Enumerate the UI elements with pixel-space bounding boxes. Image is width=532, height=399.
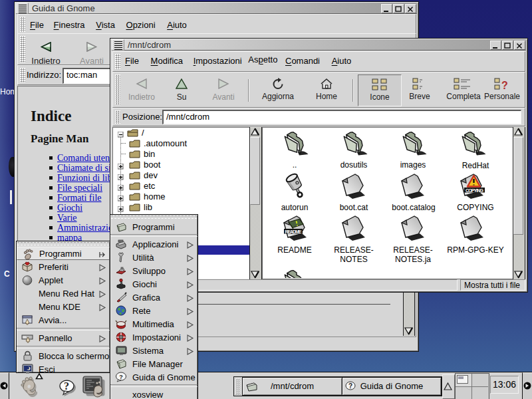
svg-text:?: ?: [119, 374, 123, 380]
svg-text:?: ?: [501, 80, 508, 91]
svg-text:?: ?: [64, 380, 69, 392]
svg-text:COPYING: COPYING: [466, 188, 484, 193]
svg-text:README: README: [285, 229, 302, 234]
